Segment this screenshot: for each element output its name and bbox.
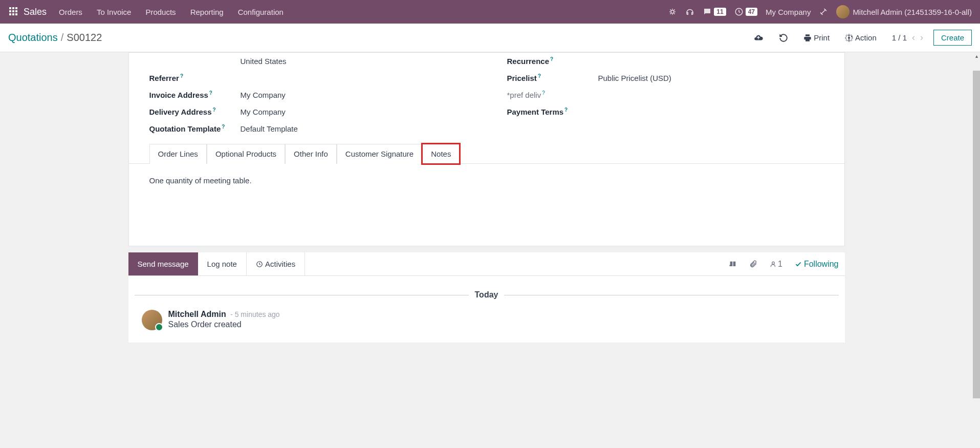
message-text: Sales Order created: [168, 320, 280, 329]
action-button[interactable]: Action: [845, 33, 877, 42]
messaging-icon[interactable]: 11: [703, 7, 726, 16]
cloud-upload-icon[interactable]: [753, 33, 764, 43]
create-button[interactable]: Create: [933, 30, 972, 46]
menu-to-invoice[interactable]: To Invoice: [97, 8, 132, 16]
tab-optional-products[interactable]: Optional Products: [207, 144, 285, 164]
quotation-template-value[interactable]: Default Template: [241, 124, 298, 133]
message-time: - 5 minutes ago: [230, 310, 280, 318]
apps-icon[interactable]: [9, 7, 18, 16]
pricelist-value[interactable]: Public Pricelist (USD): [598, 74, 671, 82]
form-sheet: United States Referrer? Invoice Address?…: [128, 52, 845, 246]
control-panel: Quotations / S00122 Print Action 1 / 1 ‹…: [0, 24, 980, 52]
pricelist-label: Pricelist?: [507, 74, 598, 82]
help-icon[interactable]: ?: [564, 107, 568, 113]
tab-other-info[interactable]: Other Info: [285, 144, 337, 164]
activities-badge: 47: [746, 8, 757, 16]
quotation-template-label: Quotation Template?: [149, 124, 241, 133]
tools-icon[interactable]: [819, 7, 828, 16]
notes-text[interactable]: One quantity of meeting table.: [149, 176, 824, 185]
top-nav: Sales Orders To Invoice Products Reporti…: [0, 0, 980, 24]
activities-icon[interactable]: 47: [734, 7, 757, 16]
scrollbar-thumb[interactable]: [973, 71, 980, 398]
breadcrumb-root[interactable]: Quotations: [8, 32, 58, 44]
menu-orders[interactable]: Orders: [59, 8, 82, 16]
help-icon[interactable]: ?: [209, 90, 212, 96]
debug-icon[interactable]: [668, 7, 677, 16]
pager-value[interactable]: 1 / 1: [892, 33, 907, 42]
avatar-icon: [142, 310, 162, 330]
menu-products[interactable]: Products: [145, 8, 176, 16]
invoice-address-value[interactable]: My Company: [241, 91, 286, 99]
print-button[interactable]: Print: [803, 33, 830, 42]
help-icon[interactable]: ?: [542, 90, 545, 96]
support-icon[interactable]: [685, 7, 694, 16]
user-name: Mitchell Admin (21451359-16-0-all): [853, 8, 972, 16]
help-icon[interactable]: ?: [222, 124, 225, 130]
invoice-address-label: Invoice Address?: [149, 91, 241, 99]
book-icon[interactable]: [729, 260, 737, 268]
help-icon[interactable]: ?: [550, 56, 553, 62]
referrer-label: Referrer?: [149, 74, 241, 82]
help-icon[interactable]: ?: [213, 107, 216, 113]
scrollbar-track[interactable]: ▴: [973, 52, 980, 448]
tab-customer-signature[interactable]: Customer Signature: [337, 144, 422, 164]
help-icon[interactable]: ?: [180, 73, 183, 79]
followers-count[interactable]: 1: [770, 260, 782, 269]
message: Mitchell Admin - 5 minutes ago Sales Ord…: [135, 308, 839, 332]
delivery-address-label: Delivery Address?: [149, 108, 241, 116]
tab-order-lines[interactable]: Order Lines: [149, 144, 207, 164]
activities-button[interactable]: Activities: [247, 252, 305, 275]
breadcrumb: Quotations / S00122: [8, 32, 102, 44]
pager-next-icon[interactable]: ›: [920, 32, 923, 43]
scroll-up-icon[interactable]: ▴: [973, 52, 980, 59]
main-scroll[interactable]: United States Referrer? Invoice Address?…: [0, 52, 973, 448]
delivery-address-value[interactable]: My Company: [241, 108, 286, 116]
shipping-country[interactable]: United States: [241, 57, 287, 66]
company-switcher[interactable]: My Company: [766, 8, 811, 16]
chatter: Send message Log note Activities 1 Follo…: [128, 252, 845, 343]
date-separator: Today: [135, 290, 839, 300]
recurrence-label: Recurrence?: [507, 57, 598, 66]
tab-content-notes: One quantity of meeting table.: [129, 164, 844, 225]
message-author[interactable]: Mitchell Admin: [168, 310, 226, 318]
pager-prev-icon[interactable]: ‹: [912, 32, 915, 43]
svg-point-2: [848, 37, 850, 39]
breadcrumb-sep: /: [61, 32, 64, 44]
tab-notes[interactable]: Notes: [422, 144, 460, 164]
messaging-badge: 11: [714, 8, 726, 16]
pref-deliv-label: *pref deliv?: [507, 91, 598, 99]
log-note-button[interactable]: Log note: [198, 252, 247, 275]
app-name[interactable]: Sales: [24, 7, 47, 17]
discard-icon[interactable]: [779, 33, 788, 42]
menu-reporting[interactable]: Reporting: [190, 8, 224, 16]
svg-point-4: [772, 262, 775, 264]
breadcrumb-current: S00122: [67, 32, 102, 44]
menu-configuration[interactable]: Configuration: [238, 8, 284, 16]
send-message-button[interactable]: Send message: [128, 252, 198, 275]
user-menu[interactable]: Mitchell Admin (21451359-16-0-all): [836, 5, 972, 18]
pager: 1 / 1 ‹ ›: [892, 32, 923, 43]
attachment-icon[interactable]: [749, 260, 757, 268]
payment-terms-label: Payment Terms?: [507, 108, 598, 116]
following-button[interactable]: Following: [795, 260, 839, 269]
help-icon[interactable]: ?: [538, 73, 541, 79]
svg-point-0: [671, 10, 674, 13]
user-avatar-icon: [836, 5, 850, 18]
notebook-tabs: Order Lines Optional Products Other Info…: [129, 143, 844, 164]
